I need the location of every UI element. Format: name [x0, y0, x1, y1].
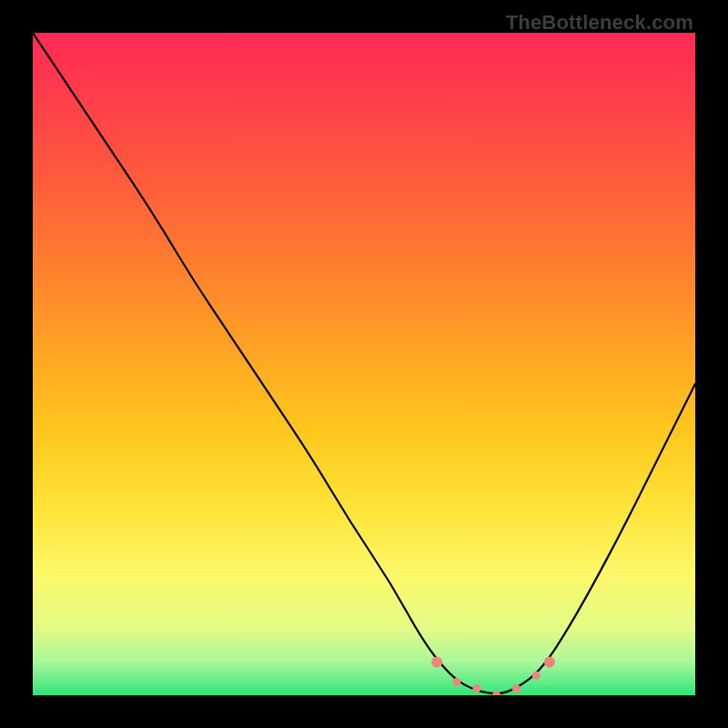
gradient-bg	[33, 33, 695, 695]
valley-markers-group	[431, 657, 555, 695]
plot-area	[33, 33, 695, 695]
valley-marker	[492, 692, 500, 696]
valley-marker	[431, 657, 442, 668]
curve-path	[33, 33, 695, 693]
valley-marker	[532, 672, 541, 680]
chart-frame: TheBottleneck.com	[33, 13, 695, 695]
valley-marker	[544, 657, 555, 668]
valley-marker	[452, 678, 460, 686]
watermark-text: TheBottleneck.com	[506, 11, 693, 35]
chart-svg	[33, 33, 695, 695]
valley-marker	[472, 684, 480, 693]
valley-marker	[512, 684, 521, 693]
